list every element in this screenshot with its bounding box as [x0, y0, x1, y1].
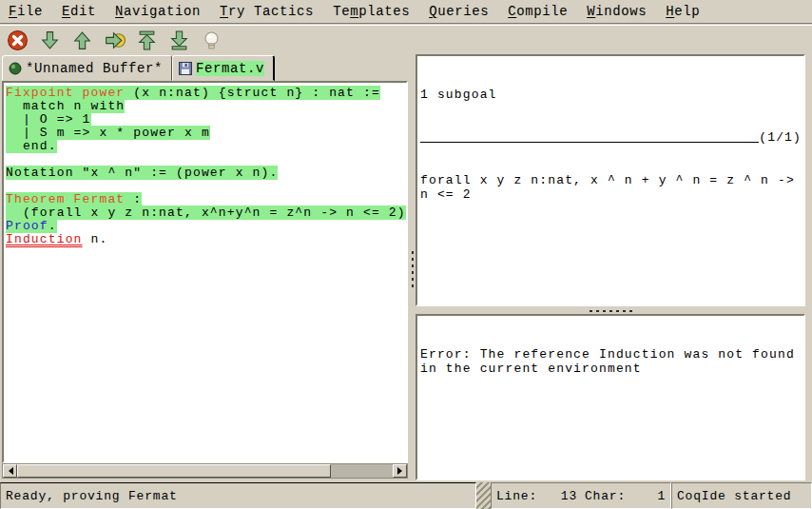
menu-file[interactable]: File: [9, 4, 43, 19]
tab-fermat-v[interactable]: Fermat.v: [172, 55, 275, 81]
toolbar: [0, 25, 812, 54]
code-line[interactable]: Theorem Fermat :: [6, 193, 405, 206]
lightbulb-icon: [201, 29, 222, 51]
menu-queries[interactable]: Queries: [429, 4, 489, 19]
hint-button[interactable]: [200, 29, 223, 52]
go-to-end-button[interactable]: [167, 29, 191, 52]
goal-rule-line: [420, 142, 759, 143]
go-down-button[interactable]: [38, 29, 62, 52]
scroll-right-button[interactable]: [393, 464, 407, 478]
code-line[interactable]: Notation "x ^ n" := (power x n).: [6, 166, 405, 180]
code-line[interactable]: end.: [6, 140, 405, 153]
status-bar: Ready, proving Fermat Line:13Char:1 CoqI…: [0, 482, 812, 509]
error-message: Error: The reference Induction was not f…: [420, 347, 802, 376]
statusbar-grip[interactable]: [476, 482, 491, 509]
go-up-button[interactable]: [70, 29, 94, 52]
code-line[interactable]: [6, 153, 405, 166]
left-arrow-icon: [5, 467, 13, 475]
editor-horizontal-scrollbar[interactable]: [2, 463, 408, 479]
code-line[interactable]: | O => 1: [6, 113, 405, 127]
menu-bar: FileEditNavigationTry TacticsTemplatesQu…: [0, 0, 812, 24]
splitter-grip-dots: [588, 309, 633, 313]
line-char-indicator: Line:13Char:1: [491, 482, 671, 509]
scrollbar-thumb[interactable]: [17, 464, 331, 478]
buffer-tab-bar: *Unnamed Buffer* Fermat.v: [2, 55, 275, 81]
code-line[interactable]: match n with: [6, 100, 405, 113]
splitter-grip-dots: [411, 249, 415, 291]
line-label: Line:: [496, 489, 537, 503]
goal-line: forall x y z n:nat, x ^ n + y ^ n = z ^ …: [420, 173, 802, 187]
tab-unnamed-buffer-label: *Unnamed Buffer*: [26, 61, 163, 76]
goals-messages-splitter[interactable]: [416, 306, 805, 314]
up-arrow-to-bar-icon: [136, 29, 158, 51]
line-value: 13: [537, 489, 577, 503]
message-line: in the current environment: [420, 362, 802, 376]
menu-edit[interactable]: Edit: [62, 4, 96, 19]
subgoal-header: 1 subgoal: [420, 88, 802, 102]
floppy-save-icon: [179, 62, 192, 75]
char-label: Char:: [585, 489, 626, 503]
menu-windows[interactable]: Windows: [587, 4, 647, 19]
green-ball-icon: [9, 62, 22, 75]
scroll-left-button[interactable]: [3, 464, 17, 478]
down-arrow-icon: [39, 29, 61, 51]
tab-unnamed-buffer[interactable]: *Unnamed Buffer*: [2, 55, 172, 81]
code-line[interactable]: [6, 180, 405, 193]
menu-navigation[interactable]: Navigation: [115, 4, 201, 19]
vertical-pane-splitter[interactable]: [409, 54, 416, 479]
right-arrow-icon: [397, 467, 406, 475]
down-arrow-to-bar-icon: [168, 29, 190, 51]
status-text: Ready, proving Fermat: [0, 482, 476, 509]
code-line[interactable]: Induction n.: [6, 233, 405, 246]
scrollbar-track[interactable]: [331, 464, 393, 478]
menu-templates[interactable]: Templates: [333, 4, 410, 19]
go-to-cursor-icon: [104, 29, 126, 51]
coqide-status: CoqIde started: [671, 482, 812, 509]
stop-button[interactable]: [6, 29, 29, 52]
menu-help[interactable]: Help: [666, 4, 700, 19]
messages-pane: Error: The reference Induction was not f…: [416, 314, 805, 480]
script-editor[interactable]: Fixpoint power (x n:nat) {struct n} : na…: [2, 81, 408, 463]
stop-icon: [7, 29, 29, 51]
goal-text: forall x y z n:nat, x ^ n + y ^ n = z ^ …: [420, 173, 802, 202]
goal-counter: (1/1): [759, 130, 802, 145]
code-line[interactable]: | S m => x * power x m: [6, 127, 405, 140]
up-arrow-icon: [71, 29, 93, 51]
code-line[interactable]: Proof.: [6, 220, 405, 233]
menu-compile[interactable]: Compile: [508, 4, 568, 19]
menu-try-tactics[interactable]: Try Tactics: [220, 4, 314, 19]
goal-separator: (1/1): [420, 130, 802, 145]
go-to-start-button[interactable]: [135, 29, 159, 52]
code-line[interactable]: Fixpoint power (x n:nat) {struct n} : na…: [6, 87, 405, 100]
message-line: Error: The reference Induction was not f…: [420, 347, 802, 362]
goals-pane: 1 subgoal (1/1) forall x y z n:nat, x ^ …: [416, 54, 805, 306]
char-value: 1: [626, 489, 666, 503]
go-to-cursor-button[interactable]: [103, 29, 126, 52]
goal-line: n <= 2: [420, 187, 802, 202]
code-line[interactable]: (forall x y z n:nat, x^n+y^n = z^n -> n …: [6, 206, 405, 220]
tab-fermat-v-label: Fermat.v: [196, 61, 264, 76]
